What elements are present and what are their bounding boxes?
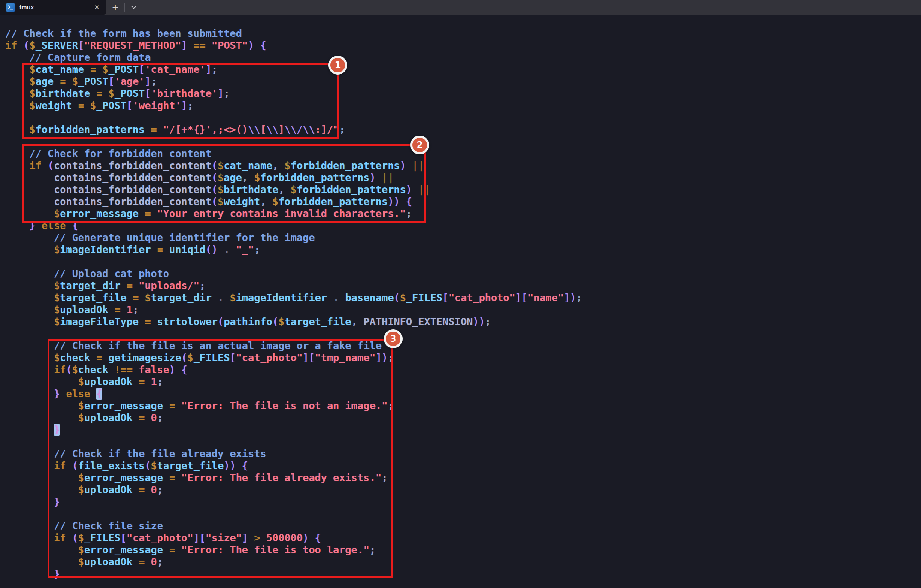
tab-tmux[interactable]: tmux ✕ [0,0,106,15]
terminal-powershell-icon [6,3,15,12]
terminal-code: // Check if the form has been submitted … [0,15,921,580]
terminal-viewport[interactable]: // Check if the form has been submitted … [0,15,921,588]
windows-terminal-window: tmux ✕ + // Check if the form has been s… [0,0,921,588]
tab-title: tmux [19,4,91,11]
tab-dropdown-button[interactable] [125,0,143,15]
close-icon[interactable]: ✕ [91,3,102,12]
tab-bar: tmux ✕ + [0,0,921,15]
new-tab-button[interactable]: + [106,0,124,15]
chevron-down-icon [131,6,136,9]
